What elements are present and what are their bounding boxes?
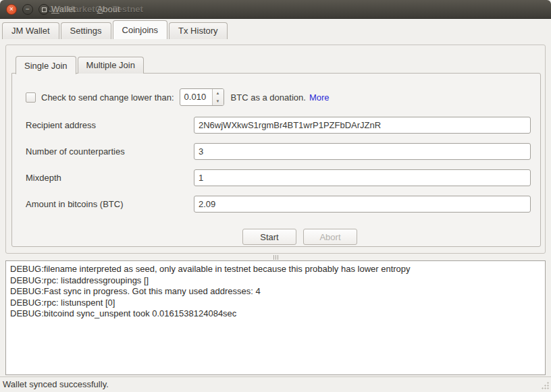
button-row: Start Abort	[22, 229, 531, 245]
log-line: DEBUG:rpc: listaddressgroupings []	[10, 275, 541, 287]
form-row-counterparties: Number of counterparties	[22, 143, 531, 160]
recipient-address-input[interactable]	[194, 117, 531, 134]
spinner-buttons[interactable]: ▲ ▼	[212, 89, 224, 105]
more-link[interactable]: More	[309, 92, 330, 103]
form-row-amount: Amount in bitcoins (BTC)	[22, 196, 531, 213]
donation-amount-value[interactable]: 0.010	[180, 89, 212, 105]
tab-tx-history[interactable]: Tx History	[169, 22, 228, 39]
donation-amount-spinner[interactable]: 0.010 ▲ ▼	[180, 88, 224, 106]
amount-input[interactable]	[194, 196, 531, 213]
debug-log[interactable]: DEBUG:filename interpreted as seed, only…	[5, 260, 546, 375]
donation-row: Check to send change lower than: 0.010 ▲…	[26, 88, 531, 106]
maximize-icon[interactable]	[38, 4, 49, 15]
window-controls: × −	[6, 4, 49, 15]
menu-item-about[interactable]: About	[97, 0, 120, 19]
status-bar: Wallet synced successfully.	[0, 376, 551, 392]
log-line: DEBUG:filename interpreted as seed, only…	[10, 264, 541, 275]
coinjoins-groupbox: Single Join Multiple Join Check to send …	[5, 45, 546, 254]
main-tab-bar: JM Wallet Settings Coinjoins Tx History	[2, 19, 229, 39]
resize-grip[interactable]	[541, 382, 549, 390]
splitter-handle[interactable]	[0, 254, 551, 260]
spinner-down-icon[interactable]: ▼	[213, 97, 224, 105]
tab-jm-wallet[interactable]: JM Wallet	[2, 22, 59, 39]
donation-checkbox[interactable]	[26, 92, 36, 103]
subtab-multiple-join[interactable]: Multiple Join	[78, 57, 144, 74]
counterparties-label: Number of counterparties	[22, 146, 194, 157]
counterparties-input[interactable]	[194, 143, 531, 160]
minimize-icon[interactable]: −	[22, 4, 33, 15]
form-row-mixdepth: Mixdepth	[22, 169, 531, 186]
titlebar[interactable]: × − JoinMarketQt - Testnet WalletAbout	[0, 0, 551, 19]
donation-suffix: BTC as a donation.	[231, 92, 306, 103]
amount-label: Amount in bitcoins (BTC)	[22, 199, 194, 209]
log-line: DEBUG:rpc: listunspent [0]	[10, 298, 541, 309]
log-line: DEBUG:Fast sync in progress. Got this ma…	[10, 286, 541, 298]
form-row-recipient: Recipient address	[22, 117, 531, 134]
tab-settings[interactable]: Settings	[61, 22, 111, 39]
menubar-overlay: WalletAbout	[51, 0, 120, 19]
log-line: DEBUG:bitcoind sync_unspent took 0.01615…	[10, 308, 541, 320]
mixdepth-label: Mixdepth	[22, 173, 194, 183]
abort-button: Abort	[303, 229, 357, 245]
spinner-up-icon[interactable]: ▲	[213, 89, 224, 97]
subtab-single-join[interactable]: Single Join	[16, 56, 76, 74]
close-icon[interactable]: ×	[6, 4, 17, 15]
menu-item-wallet[interactable]: Wallet	[51, 0, 76, 19]
mixdepth-input[interactable]	[194, 169, 531, 186]
status-text: Wallet synced successfully.	[3, 379, 109, 389]
tab-coinjoins[interactable]: Coinjoins	[113, 20, 167, 39]
recipient-address-label: Recipient address	[22, 120, 194, 130]
single-join-panel: Check to send change lower than: 0.010 ▲…	[11, 73, 541, 247]
donation-label: Check to send change lower than:	[41, 92, 174, 103]
subtab-bar: Single Join Multiple Join	[16, 55, 145, 74]
start-button[interactable]: Start	[242, 229, 296, 245]
